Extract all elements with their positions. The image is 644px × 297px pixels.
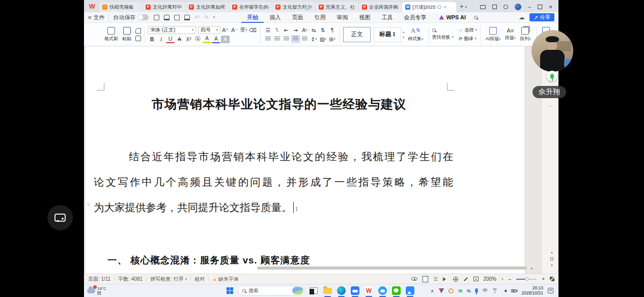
underline-button[interactable]: U [166, 36, 175, 43]
increase-indent-button[interactable]: ⇥ [291, 26, 300, 34]
doc-tab-pdf-6[interactable]: 企业跨国并购文化 [359, 2, 402, 12]
zoom-chevron-icon[interactable]: ▾ [501, 277, 503, 281]
justify-button[interactable] [291, 35, 300, 43]
zoom-out-button[interactable]: – [509, 276, 512, 282]
comment-icon[interactable] [437, 6, 441, 9]
tab-tools[interactable]: 工具 [376, 12, 398, 23]
fullscreen-icon[interactable] [550, 277, 554, 281]
close-tab-icon[interactable]: × [443, 5, 446, 10]
previous-page-button[interactable]: ▴ [551, 250, 553, 254]
save-icon[interactable] [154, 15, 159, 20]
styles-down-icon[interactable]: ▾ [403, 35, 404, 39]
settings-icon[interactable] [503, 5, 508, 9]
meeting-app-button[interactable] [405, 286, 415, 295]
redo-icon[interactable]: ↷ [204, 14, 209, 21]
weather-widget[interactable]: 18°C 阴 [84, 286, 106, 295]
superscript-button[interactable]: X² [184, 36, 193, 43]
spellcheck-status[interactable]: 拼写检查: 打开 [150, 276, 184, 283]
arrange-button[interactable]: 排列▾ [518, 27, 533, 42]
drag-handle-icon[interactable]: ⠿ [87, 204, 91, 211]
edge-browser-button[interactable] [337, 286, 346, 295]
text-direction-button[interactable]: ⇆ [310, 26, 318, 34]
borders-button[interactable]: ⊞▾ [328, 35, 337, 43]
strikethrough-button[interactable]: A [175, 36, 184, 43]
word-count[interactable]: 字数: 4081 [118, 276, 143, 283]
font-size-select[interactable]: 四号 ▾ [198, 26, 220, 34]
undo-icon[interactable]: ↶ [194, 14, 199, 21]
chat-float-button[interactable] [47, 205, 73, 230]
scroll-right-icon[interactable]: ▸ [531, 266, 533, 271]
show-marks-button[interactable]: ¶ [328, 26, 337, 34]
wifi-icon[interactable] [492, 288, 498, 293]
microphone-tray-icon[interactable] [475, 288, 478, 293]
quick-access-chevron-icon[interactable]: ▾ [213, 15, 215, 19]
select-browse-object-button[interactable] [550, 257, 553, 260]
autosave-toggle[interactable] [137, 14, 149, 20]
doc-tab-docer[interactable]: 找稻壳模板 [99, 2, 142, 12]
ink-icon[interactable] [463, 277, 467, 281]
doc-tab-pdf-3[interactable]: 在华留学生的心理 [229, 2, 272, 12]
document-page[interactable]: 市场营销本科毕业论文指导的一些经验与建议 结合近年指导市场营销本科毕业论文的经验… [86, 46, 524, 274]
find-replace-button[interactable]: 查找替换▾ [432, 34, 454, 41]
page-indicator[interactable]: 页面: 1/11 [88, 276, 110, 283]
tab-member[interactable]: 会员专享 [398, 12, 432, 23]
zoom-slider[interactable] [516, 279, 537, 280]
char-scale-button[interactable]: A▾ [300, 26, 309, 34]
fit-page-icon[interactable] [473, 277, 479, 281]
task-view-button[interactable] [309, 286, 319, 295]
outline-view-icon[interactable]: ☰ [433, 277, 437, 282]
decrease-indent-button[interactable]: ⇤ [282, 26, 291, 34]
wechat-button[interactable] [391, 286, 401, 295]
style-set-button[interactable]: A✎ 样式集▾ [406, 27, 426, 42]
account-avatar[interactable] [515, 4, 521, 10]
char-shading-button[interactable]: A [221, 36, 230, 43]
tab-page[interactable]: 页面 [286, 12, 309, 23]
search-icon[interactable] [474, 16, 478, 19]
highlight-color-button[interactable]: A [203, 36, 211, 43]
change-case-button[interactable]: 变▾ [239, 26, 248, 34]
start-button[interactable] [227, 287, 234, 294]
close-button[interactable]: × [549, 5, 552, 10]
tab-insert[interactable]: 插入 [264, 12, 286, 23]
presenter-webcam[interactable] [531, 30, 573, 72]
cut-icon[interactable] [135, 28, 141, 34]
wps-ai-button[interactable]: WPS AI [439, 14, 466, 20]
upload-cloud-icon[interactable]: ☁ [519, 14, 524, 21]
line-spacing-button[interactable]: ⇕▾ [310, 35, 318, 43]
print-preview-icon[interactable] [184, 15, 190, 20]
tab-list-chevron-icon[interactable]: ▾ [465, 5, 467, 9]
doc-tab-pdf-1[interactable]: 文化距离对中拉贸 [143, 2, 185, 12]
tray-app-icon-1[interactable] [438, 288, 444, 293]
zoom-level[interactable]: 200% [484, 276, 497, 282]
tab-review[interactable]: 审阅 [331, 12, 353, 23]
proofread-button[interactable]: 校对 [194, 276, 205, 283]
read-mode-icon[interactable] [443, 277, 448, 281]
doc-tab-pdf-2[interactable]: 文化距离如何影响 [186, 2, 229, 12]
zoom-in-button[interactable]: + [542, 276, 545, 282]
page-view-icon[interactable] [423, 276, 428, 282]
eye-protect-icon[interactable] [411, 277, 417, 281]
horizontal-scrollbar[interactable] [257, 266, 527, 270]
ai-layout-button[interactable]: AI排版▾ [484, 27, 503, 42]
font-color-button[interactable]: A [212, 36, 220, 43]
quark-browser-button[interactable] [378, 286, 387, 295]
tray-settings-icon[interactable]: ⇆ [467, 288, 471, 293]
share-button[interactable]: ↗ 分享 [529, 13, 554, 21]
missing-font-warning[interactable]: 缺失字体 [218, 276, 239, 283]
export-pdf-icon[interactable] [164, 15, 170, 20]
clock[interactable]: 20:13 2025/10/21 [521, 286, 543, 295]
typeset-button[interactable]: A≡ 排版▾ [503, 27, 518, 41]
wps-logo-icon[interactable]: W [86, 1, 98, 11]
taskbar-search[interactable]: 搜索 [238, 286, 305, 295]
style-heading1[interactable]: 标题 1 [374, 27, 401, 42]
restore-button[interactable] [538, 5, 542, 9]
input-method-indicator[interactable]: 中 [483, 287, 487, 294]
new-tab-button[interactable]: + [460, 3, 464, 10]
format-painter-button[interactable]: 格式刷 [102, 27, 120, 42]
styles-up-icon[interactable]: ▴ [403, 30, 404, 34]
web-view-icon[interactable] [453, 277, 458, 282]
italic-button[interactable]: I [157, 36, 165, 43]
clear-format-icon[interactable]: ⌫ [248, 26, 257, 34]
distribute-button[interactable] [300, 35, 309, 43]
align-right-button[interactable] [282, 35, 291, 43]
